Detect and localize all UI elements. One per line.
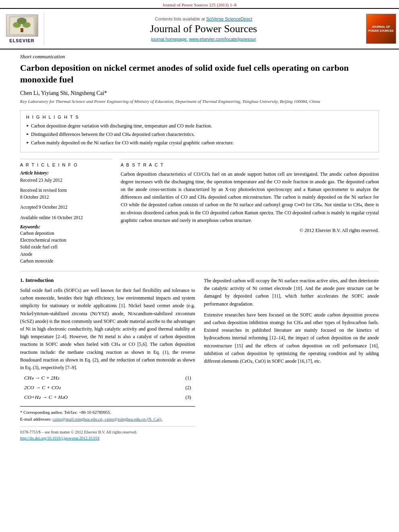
abstract-box: A B S T R A C T Carbon deposition charac… (121, 159, 379, 234)
keyword-4: Anode (20, 251, 113, 258)
abstract-text: Carbon deposition characteristics of CO/… (121, 170, 379, 224)
elsevier-name: ELSEVIER (9, 38, 34, 43)
elsevier-tree-logo (6, 14, 38, 37)
received-revised-date: 8 October 2012 (20, 194, 113, 201)
keyword-1: Carbon deposition (20, 230, 113, 237)
bottom-footer: 0378-7753/$ – see front matter © 2012 El… (20, 426, 195, 441)
accepted-date: Accepted 9 October 2012 (20, 204, 113, 211)
journal-title: Journal of Power Sources (150, 23, 257, 35)
keyword-2: Electrochemical reaction (20, 237, 113, 244)
abstract-label: A B S T R A C T (121, 162, 379, 167)
journal-header: ELSEVIER Contents lists available at Sci… (0, 9, 399, 49)
affiliation: Key Laboratory for Thermal Science and P… (20, 99, 379, 104)
info-abstract-section: A R T I C L E I N F O Article history: R… (20, 159, 379, 265)
svg-rect-4 (21, 28, 23, 32)
equation-3-formula: CO+H₂ → C + H₂O (24, 394, 185, 401)
article-type: Short communication (20, 53, 379, 60)
abstract-col: A B S T R A C T Carbon deposition charac… (121, 159, 379, 265)
equation-2: 2CO → C + CO₂ (2) (20, 384, 195, 391)
highlight-item-1: Carbon deposition degree variation with … (26, 123, 373, 129)
highlights-label: H I G H L I G H T S (26, 115, 373, 119)
equation-3: CO+H₂ → C + H₂O (3) (20, 394, 195, 401)
equation-3-number: (3) (185, 394, 191, 401)
received-date: Received 23 July 2012 (20, 177, 113, 184)
doi-link[interactable]: http://dx.doi.org/10.1016/j.jpowsour.201… (20, 436, 99, 440)
intro-heading: 1. Introduction (20, 277, 195, 283)
received-revised-label: Received in revised form (20, 187, 113, 194)
footnote-area: * Corresponding author. Tel/fax: +86 10 … (20, 406, 195, 422)
footer-doi: http://dx.doi.org/10.1016/j.jpowsour.201… (20, 435, 195, 441)
section-divider (20, 271, 379, 271)
keyword-3: Solid oxide fuel cell (20, 244, 113, 251)
sciverse-line: Contents lists available at SciVerse Sci… (155, 16, 252, 21)
elsevier-logo-svg (9, 16, 35, 35)
article-info-col: A R T I C L E I N F O Article history: R… (20, 159, 113, 265)
right-paragraph-2: Extensive researches have been focused o… (204, 311, 379, 365)
keywords-label: Keywords: (20, 224, 113, 229)
intro-paragraph-1: Solid oxide fuel cells (SOFCs) are well … (20, 287, 195, 372)
journal-citation-bar: Journal of Power Sources 225 (2013) 1–8 (0, 0, 399, 9)
keyword-5: Carbon monoxide (20, 258, 113, 265)
authors: Chen Li, Yiyiang Shi, Ningsheng Cai* (20, 90, 379, 97)
available-online: Available online 16 October 2012 (20, 214, 113, 221)
homepage-label: journal homepage: (151, 37, 187, 41)
article-info-box: A R T I C L E I N F O Article history: R… (20, 159, 113, 265)
main-content: 1. Introduction Solid oxide fuel cells (… (20, 277, 379, 441)
svg-point-2 (13, 22, 21, 28)
equation-1-number: (1) (185, 375, 191, 381)
highlights-section: H I G H L I G H T S Carbon deposition de… (20, 110, 379, 152)
equation-1-formula: CH₄ → C + 2H₂ (24, 375, 185, 381)
article-title: Carbon deposition on nickel cermet anode… (20, 62, 379, 85)
equation-2-number: (2) (185, 385, 191, 391)
right-column: The deposited carbon will occupy the Ni … (204, 277, 379, 441)
footnote-email-label: E-mail addresses: (20, 417, 51, 421)
article-body: Short communication Carbon deposition on… (0, 49, 399, 449)
intro-column: 1. Introduction Solid oxide fuel cells (… (20, 277, 195, 441)
article-info-label: A R T I C L E I N F O (20, 162, 113, 167)
power-sources-logo: JOURNAL OF POWER SOURCES (366, 14, 396, 44)
copyright: © 2012 Elsevier B.V. All rights reserved… (121, 228, 379, 234)
journal-right-logo: JOURNAL OF POWER SOURCES (363, 12, 399, 45)
equation-2-formula: 2CO → C + CO₂ (24, 384, 185, 391)
footnote-email: E-mail addresses: cains@mail.tsinghua.ed… (20, 416, 195, 423)
right-paragraph-1: The deposited carbon will occupy the Ni … (204, 277, 379, 308)
journal-homepage: journal homepage: www.elsevier.com/locat… (151, 37, 256, 41)
highlight-item-2: Distinguished differences between the CO… (26, 131, 373, 138)
article-history-label: Article history: (20, 170, 113, 175)
equation-1: CH₄ → C + 2H₂ (1) (20, 375, 195, 381)
elsevier-logo-section: ELSEVIER (0, 12, 44, 45)
sciverse-link[interactable]: SciVerse ScienceDirect (206, 16, 252, 21)
journal-center-header: Contents lists available at SciVerse Sci… (44, 12, 363, 45)
footnote-email-addresses[interactable]: cains@mail.tsinghua.edu.cn, cains@tsingh… (53, 417, 162, 421)
homepage-url[interactable]: www.elsevier.com/locate/jpowsour (189, 37, 256, 41)
svg-point-3 (23, 22, 31, 28)
journal-citation: Journal of Power Sources 225 (2013) 1–8 (162, 2, 236, 7)
footer-issn: 0378-7753/$ – see front matter © 2012 El… (20, 429, 195, 435)
footnote-star: * Corresponding author. Tel/fax: +86 10 … (20, 409, 195, 416)
highlight-item-3: Carbon mainly deposited on the Ni surfac… (26, 140, 373, 146)
